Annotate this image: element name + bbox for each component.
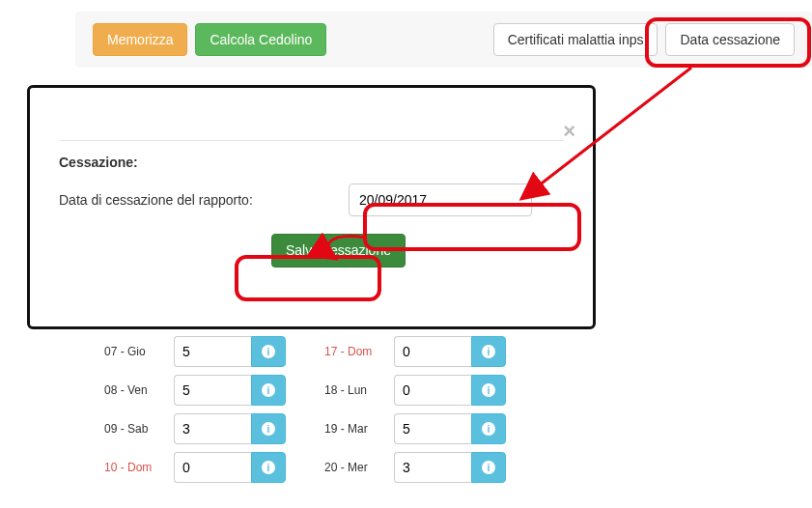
divider (59, 140, 564, 141)
hours-input[interactable] (174, 413, 251, 444)
calendar-day-label: 09 - Sab (104, 422, 174, 436)
hours-input[interactable] (394, 336, 471, 367)
hours-input[interactable] (174, 375, 251, 406)
hours-input[interactable] (394, 375, 471, 406)
info-icon[interactable]: i (471, 413, 506, 444)
calendar-row: 10 - Domi20 - Meri (104, 448, 506, 487)
info-icon[interactable]: i (471, 375, 506, 406)
info-icon[interactable]: i (251, 452, 286, 483)
svg-text:i: i (267, 346, 270, 357)
hours-input[interactable] (174, 452, 251, 483)
info-icon[interactable]: i (251, 336, 286, 367)
svg-text:i: i (488, 384, 490, 396)
info-icon[interactable]: i (471, 336, 506, 367)
cessazione-modal: × Cessazione: Data di cessazione del rap… (27, 85, 596, 329)
calendar-day-label: 17 - Dom (324, 345, 394, 358)
calendar-day-label: 18 - Lun (324, 383, 394, 397)
svg-text:i: i (488, 462, 490, 473)
calendar-day-label: 19 - Mar (324, 422, 394, 436)
hours-input[interactable] (394, 413, 471, 444)
certificati-malattia-button[interactable]: Certificati malattia inps (493, 23, 658, 57)
svg-text:i: i (267, 462, 270, 473)
calendar: 07 - Gioi17 - Domi08 - Veni18 - Luni09 -… (104, 332, 506, 487)
cessazione-date-input[interactable] (349, 183, 532, 216)
svg-text:i: i (488, 346, 490, 357)
calendar-row: 09 - Sabi19 - Mari (104, 409, 506, 448)
toolbar: Memorizza Calcola Cedolino Certificati m… (75, 12, 812, 68)
info-icon[interactable]: i (251, 413, 286, 444)
info-icon[interactable]: i (251, 375, 286, 406)
salva-cessazione-button[interactable]: Salva cessazione (271, 234, 406, 268)
calendar-day-label: 20 - Mer (324, 461, 394, 474)
data-cessazione-button[interactable]: Data cessazione (665, 23, 795, 57)
calendar-row: 08 - Veni18 - Luni (104, 371, 506, 409)
memorizza-button[interactable]: Memorizza (93, 23, 187, 57)
modal-title: Cessazione: (59, 155, 564, 170)
calendar-day-label: 07 - Gio (104, 345, 174, 358)
calendar-row: 07 - Gioi17 - Domi (104, 332, 506, 371)
calendar-day-label: 08 - Ven (104, 383, 174, 397)
svg-text:i: i (488, 423, 490, 435)
svg-text:i: i (267, 384, 270, 396)
calcola-cedolino-button[interactable]: Calcola Cedolino (195, 23, 326, 57)
info-icon[interactable]: i (471, 452, 506, 483)
hours-input[interactable] (394, 452, 471, 483)
calendar-day-label: 10 - Dom (104, 461, 174, 474)
date-label: Data di cessazione del rapporto: (59, 192, 349, 208)
close-icon[interactable]: × (563, 119, 575, 144)
svg-text:i: i (267, 423, 270, 435)
hours-input[interactable] (174, 336, 251, 367)
